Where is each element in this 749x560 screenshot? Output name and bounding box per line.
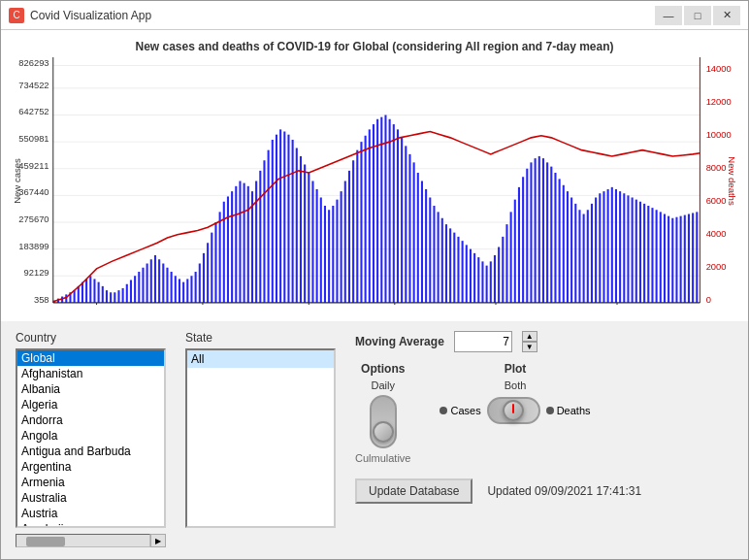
svg-rect-154: [542, 158, 544, 303]
svg-text:826293: 826293: [18, 57, 49, 68]
svg-rect-168: [599, 193, 601, 303]
close-button[interactable]: ✕: [713, 6, 740, 25]
svg-rect-144: [502, 237, 504, 303]
svg-rect-181: [651, 208, 653, 303]
svg-rect-157: [554, 173, 556, 303]
deaths-dot: [546, 407, 554, 414]
svg-rect-50: [122, 288, 124, 303]
svg-rect-134: [462, 241, 464, 303]
svg-rect-51: [126, 284, 128, 303]
svg-rect-73: [214, 222, 216, 303]
svg-rect-76: [227, 196, 229, 302]
svg-rect-81: [247, 186, 249, 303]
plot-title: Plot: [505, 362, 527, 376]
svg-rect-82: [251, 191, 253, 303]
plot-thumb: [503, 400, 524, 421]
svg-rect-112: [373, 124, 374, 303]
svg-rect-137: [473, 253, 475, 303]
svg-rect-60: [162, 264, 164, 303]
svg-rect-68: [195, 272, 197, 303]
spinner-up-button[interactable]: ▲: [522, 331, 537, 342]
svg-rect-56: [147, 264, 148, 303]
minimize-button[interactable]: —: [655, 6, 682, 25]
country-item-afghanistan[interactable]: Afghanistan: [17, 366, 164, 381]
moving-avg-input[interactable]: [454, 331, 512, 352]
moving-average-row: Moving Average ▲ ▼: [355, 331, 733, 352]
svg-rect-133: [457, 237, 459, 303]
svg-rect-136: [470, 249, 472, 303]
country-item-algeria[interactable]: Algeria: [17, 397, 164, 412]
country-listbox[interactable]: Global Afghanistan Albania Algeria Andor…: [16, 348, 166, 528]
svg-rect-119: [401, 138, 403, 303]
svg-rect-162: [574, 204, 576, 303]
svg-text:New deaths: New deaths: [727, 156, 737, 206]
svg-rect-184: [664, 214, 666, 303]
country-item-antigua[interactable]: Antigua and Barbuda: [17, 444, 164, 459]
svg-rect-172: [615, 189, 617, 303]
svg-rect-178: [639, 202, 641, 303]
svg-rect-92: [292, 140, 294, 303]
svg-rect-189: [684, 215, 686, 303]
svg-rect-109: [360, 142, 362, 303]
svg-rect-180: [647, 206, 649, 303]
svg-rect-97: [311, 181, 313, 303]
svg-rect-165: [587, 210, 589, 303]
country-item-austria[interactable]: Austria: [17, 506, 164, 521]
svg-rect-98: [316, 189, 318, 303]
svg-text:2000: 2000: [706, 261, 727, 272]
country-item-andorra[interactable]: Andorra: [17, 412, 164, 428]
state-label: State: [185, 331, 336, 345]
svg-rect-39: [78, 286, 80, 303]
svg-rect-121: [408, 154, 410, 303]
options-section: Options Daily Culmulative: [355, 362, 410, 464]
svg-rect-188: [680, 216, 682, 303]
svg-rect-118: [397, 129, 399, 303]
cases-legend-label: Cases: [450, 405, 480, 416]
svg-rect-100: [324, 206, 326, 303]
svg-rect-158: [559, 179, 561, 303]
svg-rect-84: [259, 171, 261, 303]
svg-rect-103: [336, 200, 338, 303]
svg-rect-151: [530, 162, 532, 303]
svg-rect-186: [671, 218, 673, 303]
country-item-global[interactable]: Global: [17, 350, 164, 366]
country-item-australia[interactable]: Australia: [17, 490, 164, 506]
svg-rect-145: [505, 224, 507, 303]
svg-rect-142: [494, 255, 496, 303]
svg-rect-58: [154, 255, 156, 303]
svg-text:14000: 14000: [706, 63, 732, 74]
svg-text:183899: 183899: [18, 241, 49, 251]
spinner-down-button[interactable]: ▼: [522, 342, 537, 352]
svg-rect-44: [98, 282, 100, 303]
svg-rect-161: [570, 198, 572, 303]
update-database-button[interactable]: Update Database: [355, 478, 472, 504]
country-item-argentina[interactable]: Argentina: [17, 459, 164, 475]
svg-rect-129: [441, 218, 443, 303]
svg-rect-152: [535, 158, 537, 303]
svg-rect-183: [660, 212, 662, 303]
country-item-armenia[interactable]: Armenia: [17, 475, 164, 490]
svg-rect-62: [171, 272, 173, 303]
country-item-angola[interactable]: Angola: [17, 428, 164, 444]
country-item-azerbaijan[interactable]: Azerbaijan: [17, 521, 164, 528]
options-knob[interactable]: [370, 395, 397, 448]
country-item-albania[interactable]: Albania: [17, 381, 164, 397]
svg-rect-120: [405, 146, 407, 303]
plot-knob[interactable]: [487, 397, 540, 424]
svg-rect-102: [332, 206, 334, 303]
svg-rect-64: [179, 279, 180, 302]
state-listbox[interactable]: All: [185, 348, 336, 528]
svg-rect-38: [74, 290, 76, 303]
svg-text:275670: 275670: [18, 214, 49, 224]
svg-rect-85: [263, 160, 265, 303]
svg-text:0: 0: [706, 294, 711, 305]
svg-rect-190: [688, 214, 690, 303]
right-panel: Moving Average ▲ ▼ Options Daily Culmula…: [355, 331, 733, 504]
svg-rect-141: [490, 261, 492, 303]
svg-text:4000: 4000: [706, 228, 727, 239]
svg-rect-124: [421, 181, 423, 303]
svg-rect-87: [272, 140, 274, 303]
state-item-all[interactable]: All: [187, 350, 334, 368]
maximize-button[interactable]: □: [684, 6, 711, 25]
svg-text:358: 358: [34, 294, 49, 305]
